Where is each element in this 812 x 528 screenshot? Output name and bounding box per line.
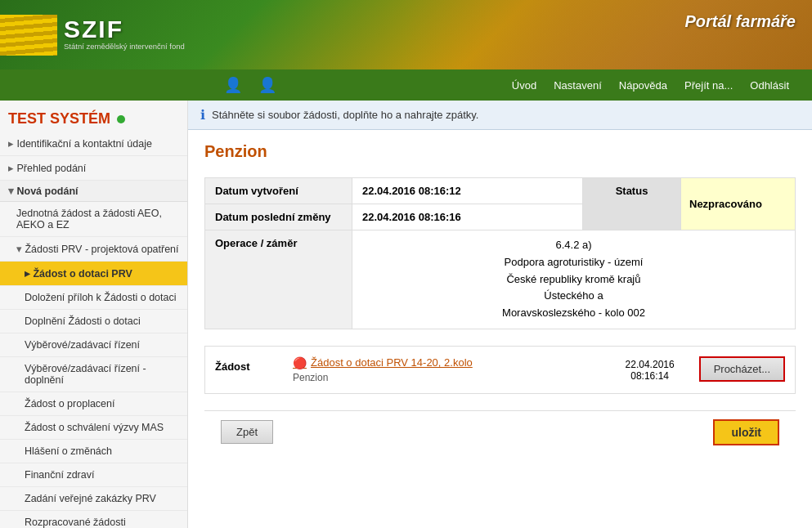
sidebar-item-mas[interactable]: Žádost o schválení výzvy MAS (0, 416, 187, 440)
info-icon: ℹ (200, 107, 205, 123)
datum-zmeny-value: 22.04.2016 08:16:16 (352, 204, 583, 230)
bottom-bar: Zpět uložit (204, 410, 796, 454)
logo-icon (0, 15, 57, 56)
sidebar-item-proplaceni[interactable]: Žádost o proplacení (0, 392, 187, 416)
operace-value: 6.4.2 a) Podpora agroturistiky - území Č… (352, 230, 796, 329)
sidebar-item-zadost-dotaci[interactable]: Žádost o dotaci PRV (0, 262, 187, 286)
form-table: Datum vytvoření 22.04.2016 08:16:12 Stat… (204, 177, 796, 329)
portal-title: Portál farmáře (684, 12, 796, 31)
browse-btn-wrap: Procházet... (699, 356, 785, 382)
brand-szif: SZIF (64, 17, 185, 42)
sidebar-item-zadani[interactable]: Zadání veřejné zakázky PRV (0, 487, 187, 511)
status-value: Nezpracováno (681, 178, 796, 230)
operace-label: Operace / záměr (205, 230, 352, 329)
file-time: 08:16:14 (630, 370, 669, 382)
header: SZIF Státní zemědělský intervenční fond … (0, 0, 812, 69)
datum-zmeny-label: Datum poslední změny (205, 204, 352, 230)
file-subtitle: Penzion (293, 372, 601, 383)
status-label: Status (583, 178, 681, 230)
sidebar-item-dolozeni[interactable]: Doložení příloh k Žádosti o dotaci (0, 286, 187, 310)
system-label: TEST SYSTÉM (8, 110, 110, 128)
zadost-label: Žádost (215, 356, 280, 373)
info-bar: ℹ Stáhněte si soubor žádosti, doplňte ho… (188, 101, 812, 130)
datum-vytvoreni-value: 22.04.2016 08:16:12 (352, 178, 583, 204)
nav-napoveda[interactable]: Nápověda (612, 76, 674, 95)
sidebar-item-financni[interactable]: Finanční zdraví (0, 463, 187, 487)
sidebar-title: TEST SYSTÉM (0, 101, 187, 132)
sidebar-nova-podani[interactable]: Nová podání (0, 181, 187, 202)
upload-date: 22.04.2016 08:16:14 (613, 356, 687, 382)
sidebar-item-zadosti-prv[interactable]: Žádosti PRV - projektová opatření (0, 237, 187, 262)
save-button[interactable]: uložit (713, 419, 779, 445)
page-heading: Penzion (204, 142, 796, 161)
upload-row: Žádost 🔴 Žádost o dotaci PRV 14-20, 2.ko… (215, 356, 785, 383)
sidebar-item-jednotna[interactable]: Jednotná žádost a žádosti AEO, AEKO a EZ (0, 202, 187, 237)
datum-vytvoreni-label: Datum vytvoření (205, 178, 352, 204)
sidebar-item-doplneni[interactable]: Doplnění Žádosti o dotaci (0, 310, 187, 333)
sidebar: TEST SYSTÉM Identifikační a kontaktní úd… (0, 101, 188, 528)
navbar-icons: 👤 👤 (0, 76, 501, 94)
sidebar-item-prehled[interactable]: Přehled podání (0, 156, 187, 181)
upload-section: Žádost 🔴 Žádost o dotaci PRV 14-20, 2.ko… (204, 346, 796, 394)
user-icon1: 👤 (224, 76, 242, 94)
main-layout: TEST SYSTÉM Identifikační a kontaktní úd… (0, 101, 812, 528)
navbar: 👤 👤 Úvod Nastavení Nápověda Přejít na...… (0, 69, 812, 101)
nav-uvod[interactable]: Úvod (505, 76, 543, 95)
status-dot (117, 115, 125, 123)
header-bg (403, 0, 812, 69)
file-date: 22.04.2016 (626, 359, 675, 370)
info-message: Stáhněte si soubor žádosti, doplňte ho a… (212, 109, 478, 121)
logo-area: SZIF Státní zemědělský intervenční fond (0, 15, 185, 56)
back-button[interactable]: Zpět (221, 420, 273, 444)
sidebar-item-rozpracovane[interactable]: Rozpracované žádosti (0, 511, 187, 528)
sidebar-item-identifikace[interactable]: Identifikační a kontaktní údaje (0, 132, 187, 156)
sidebar-item-vyberove[interactable]: Výběrové/zadávací řízení (0, 333, 187, 357)
content-area: ℹ Stáhněte si soubor žádosti, doplňte ho… (188, 101, 812, 528)
browse-button[interactable]: Procházet... (699, 356, 785, 382)
sidebar-item-vyberove-doplneni[interactable]: Výběrové/zadávací řízení - doplnění (0, 357, 187, 392)
file-link-label[interactable]: Žádost o dotaci PRV 14-20, 2.kolo (311, 356, 473, 369)
brand-subtitle: Státní zemědělský intervenční fond (64, 42, 185, 51)
file-link[interactable]: 🔴 Žádost o dotaci PRV 14-20, 2.kolo (293, 356, 601, 369)
upload-details: 🔴 Žádost o dotaci PRV 14-20, 2.kolo Penz… (293, 356, 601, 383)
nav-nastaveni[interactable]: Nastavení (547, 76, 608, 95)
navbar-links: Úvod Nastavení Nápověda Přejít na... Odh… (505, 76, 796, 95)
pdf-icon: 🔴 (293, 356, 307, 369)
nav-prejit[interactable]: Přejít na... (678, 76, 739, 95)
brand-text: SZIF Státní zemědělský intervenční fond (64, 17, 185, 51)
sidebar-item-hlaseni[interactable]: Hlášení o změnách (0, 440, 187, 463)
user-icon2: 👤 (258, 76, 276, 94)
content-inner: Penzion Datum vytvoření 22.04.2016 08:16… (188, 130, 812, 466)
nav-odhlasit[interactable]: Odhlásit (743, 76, 796, 95)
